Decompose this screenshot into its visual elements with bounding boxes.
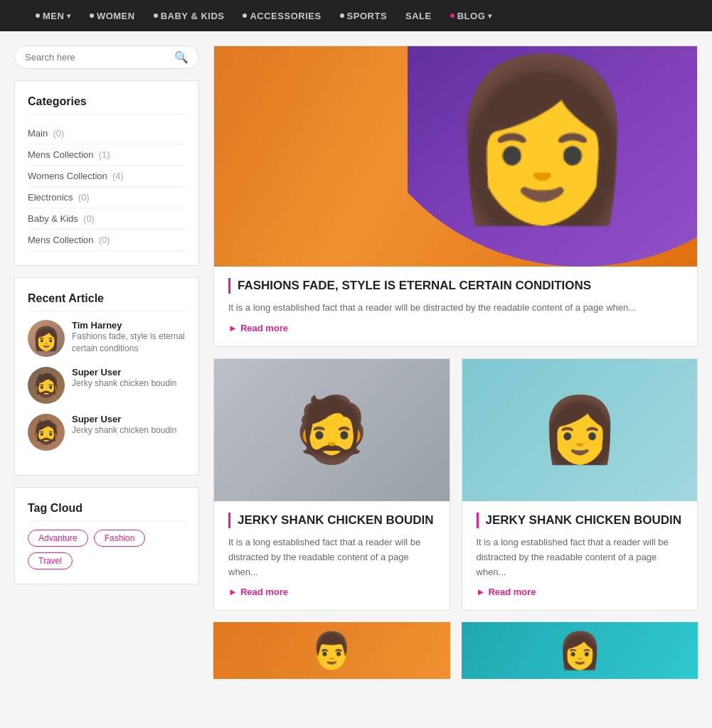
category-count: (1) — [99, 149, 110, 160]
hero-card-body: FASHIONS FADE, STYLE IS ETERNAL CERTAIN … — [214, 267, 697, 346]
small-image-container-1: 07 Feb — [214, 359, 450, 501]
bottom-teaser-strip: 👨 👩 — [213, 622, 698, 679]
recent-articles-title: Recent Article — [28, 292, 186, 311]
arrow-icon: ► — [228, 587, 238, 597]
nav-accessories[interactable]: ACCESSORIES — [235, 11, 328, 21]
author-name: Super User — [72, 414, 176, 424]
hero-read-more[interactable]: ► Read more — [228, 323, 683, 333]
nav-dot — [154, 14, 158, 18]
arrow-icon: ► — [477, 587, 486, 597]
search-box[interactable]: 🔍 — [14, 46, 199, 69]
search-icon[interactable]: 🔍 — [174, 50, 188, 64]
category-count: (4) — [112, 171, 124, 181]
arrow-icon: ► — [228, 323, 238, 333]
nav-sports[interactable]: SPORTS — [333, 11, 394, 21]
main-content: 07 Feb 👩 FASHIONS FADE, STYLE IS ETERNAL… — [213, 46, 698, 679]
chevron-down-icon: ▾ — [67, 12, 71, 20]
sidebar: 🔍 Categories Main (0) Mens Collection (1… — [14, 46, 199, 679]
small-image-placeholder-man — [214, 359, 450, 501]
nav-dot — [243, 14, 247, 18]
small-blog-card-1: 07 Feb JERKY SHANK CHICKEN BOUDIN It is … — [213, 358, 450, 611]
small-post-title-2: JERKY SHANK CHICKEN BOUDIN — [477, 513, 684, 528]
tag-cloud-card: Tag Cloud Advanture Fashion Travel — [14, 487, 199, 584]
small-post-title-1: JERKY SHANK CHICKEN BOUDIN — [228, 513, 435, 528]
hero-post-title: FASHIONS FADE, STYLE IS ETERNAL CERTAIN … — [228, 278, 683, 294]
categories-title: Categories — [28, 95, 186, 114]
category-count: (0) — [78, 192, 90, 203]
chevron-down-icon: ▾ — [488, 12, 492, 20]
nav-dot-highlight — [450, 14, 455, 18]
teaser-thumb-2: 👩 — [462, 622, 698, 679]
tag-item[interactable]: Fashion — [94, 530, 146, 547]
small-card-body-1: JERKY SHANK CHICKEN BOUDIN It is a long … — [214, 501, 450, 610]
hero-blog-card: 07 Feb 👩 FASHIONS FADE, STYLE IS ETERNAL… — [213, 46, 698, 347]
list-item[interactable]: Baby & Kids (0) — [28, 208, 186, 230]
hero-image-container: 07 Feb 👩 — [214, 46, 697, 267]
nav-dot — [90, 14, 94, 18]
list-item[interactable]: Mens Collection (0) — [28, 230, 186, 251]
nav-blog[interactable]: BLOG ▾ — [443, 11, 499, 21]
nav-dot — [340, 14, 344, 18]
nav-dot — [36, 14, 40, 18]
recent-article-item[interactable]: 👩 Tim Harney Fashions fade, style is ete… — [28, 320, 186, 357]
recent-article-item[interactable]: 🧔 Super User Jerky shank chicken boudin — [28, 367, 186, 404]
list-item[interactable]: Electronics (0) — [28, 187, 186, 208]
nav-men[interactable]: MEN ▾ — [28, 11, 78, 21]
article-desc: Fashions fade, style is eternal certain … — [72, 331, 186, 355]
small-image-placeholder-woman — [462, 359, 698, 501]
list-item[interactable]: Main (0) — [28, 123, 186, 144]
tag-cloud-title: Tag Cloud — [28, 502, 186, 521]
teaser-thumb-1: 👨 — [213, 622, 450, 679]
categories-card: Categories Main (0) Mens Collection (1) … — [14, 80, 199, 266]
author-name: Tim Harney — [72, 320, 186, 331]
list-item[interactable]: Mens Collection (1) — [28, 144, 186, 166]
search-input[interactable] — [25, 52, 174, 63]
tag-cloud: Advanture Fashion Travel — [28, 530, 186, 569]
avatar: 🧔 — [28, 414, 65, 451]
small-blog-card-2: 07 Feb JERKY SHANK CHICKEN BOUDIN It is … — [462, 358, 698, 611]
tag-item[interactable]: Advanture — [28, 530, 88, 547]
category-count: (0) — [99, 235, 110, 245]
two-col-posts: 07 Feb JERKY SHANK CHICKEN BOUDIN It is … — [213, 358, 698, 611]
nav-sale[interactable]: SALE — [398, 11, 439, 21]
category-count: (0) — [83, 213, 95, 224]
category-list: Main (0) Mens Collection (1) Womens Coll… — [28, 123, 186, 251]
recent-article-item[interactable]: 🧔 Super User Jerky shank chicken boudin — [28, 414, 186, 451]
nav-baby-kids[interactable]: BABY & KIDS — [147, 11, 232, 21]
small-read-more-1[interactable]: ► Read more — [228, 587, 435, 597]
recent-articles-card: Recent Article 👩 Tim Harney Fashions fad… — [14, 277, 199, 476]
category-count: (0) — [53, 128, 64, 139]
tag-item[interactable]: Travel — [28, 552, 73, 569]
article-desc: Jerky shank chicken boudin — [72, 378, 176, 390]
avatar: 👩 — [28, 320, 65, 357]
hero-image-placeholder: 👩 — [214, 46, 697, 267]
article-desc: Jerky shank chicken boudin — [72, 424, 176, 437]
page-wrapper: 🔍 Categories Main (0) Mens Collection (1… — [0, 31, 712, 693]
small-post-excerpt-2: It is a long established fact that a rea… — [477, 535, 684, 579]
small-card-body-2: JERKY SHANK CHICKEN BOUDIN It is a long … — [462, 501, 698, 610]
hero-post-excerpt: It is a long established fact that a rea… — [228, 301, 683, 316]
avatar: 🧔 — [28, 367, 65, 404]
top-navigation: MEN ▾ WOMEN BABY & KIDS ACCESSORIES SPOR… — [0, 0, 712, 31]
list-item[interactable]: Womens Collection (4) — [28, 166, 186, 187]
nav-women[interactable]: WOMEN — [83, 11, 142, 21]
small-image-container-2: 07 Feb — [462, 359, 698, 501]
small-post-excerpt-1: It is a long established fact that a rea… — [228, 535, 435, 579]
small-read-more-2[interactable]: ► Read more — [477, 587, 684, 597]
author-name: Super User — [72, 367, 176, 378]
